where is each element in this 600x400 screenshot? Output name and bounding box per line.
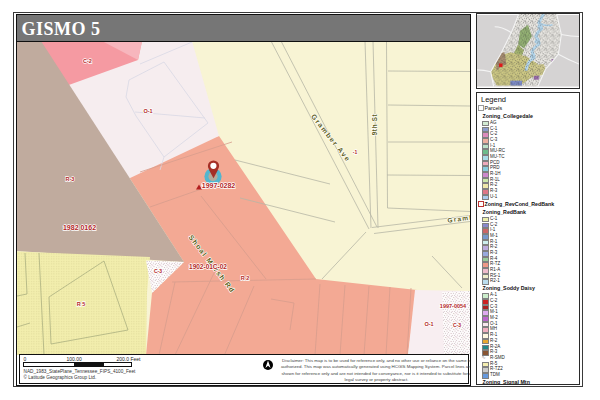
svg-text:1997-0282: 1997-0282 xyxy=(202,182,236,189)
svg-text:C-3: C-3 xyxy=(154,268,162,274)
svg-text:C-2: C-2 xyxy=(83,58,92,64)
svg-text:C-3: C-3 xyxy=(453,322,461,328)
svg-text:R-3: R-3 xyxy=(66,176,75,182)
svg-text:O-1: O-1 xyxy=(143,108,152,114)
svg-text:1902-01C-02: 1902-01C-02 xyxy=(189,263,227,270)
svg-text:R 2: R 2 xyxy=(241,275,250,281)
svg-text:-1: -1 xyxy=(353,149,358,155)
svg-text:9th St: 9th St xyxy=(371,113,378,135)
svg-text:R 5: R 5 xyxy=(77,301,86,307)
svg-text:O-1: O-1 xyxy=(424,321,433,327)
svg-text:1997-0054: 1997-0054 xyxy=(440,303,467,309)
svg-text:1982 0162: 1982 0162 xyxy=(63,224,96,231)
